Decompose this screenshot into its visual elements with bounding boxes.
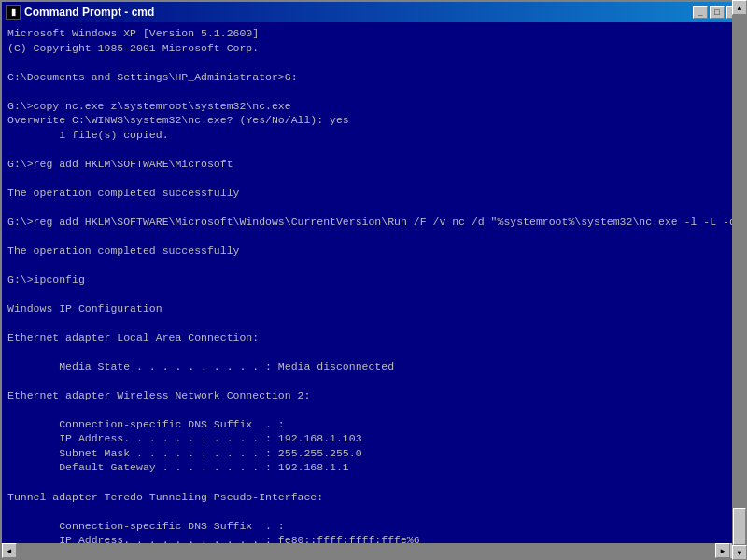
scroll-track[interactable]	[732, 22, 745, 543]
vertical-scrollbar[interactable]: ▲ ▼	[732, 22, 745, 543]
hscroll-track[interactable]	[17, 543, 715, 558]
scroll-left-button[interactable]: ◄	[2, 543, 17, 558]
cmd-icon: ▮	[6, 5, 21, 20]
cmd-window: ▮ Command Prompt - cmd _ □ × Microsoft W…	[0, 0, 747, 560]
maximize-button[interactable]: □	[710, 6, 725, 19]
title-bar: ▮ Command Prompt - cmd _ □ ×	[2, 2, 745, 22]
console-text-content: Microsoft Windows XP [Version 5.1.2600] …	[7, 26, 726, 543]
scroll-thumb[interactable]	[733, 508, 745, 543]
scroll-right-button[interactable]: ►	[715, 543, 730, 558]
horizontal-scrollbar[interactable]: ◄ ►	[2, 543, 745, 558]
console-output[interactable]: Microsoft Windows XP [Version 5.1.2600] …	[2, 22, 745, 543]
minimize-button[interactable]: _	[693, 6, 708, 19]
window-title: Command Prompt - cmd	[24, 6, 154, 19]
title-bar-left: ▮ Command Prompt - cmd	[6, 5, 154, 20]
